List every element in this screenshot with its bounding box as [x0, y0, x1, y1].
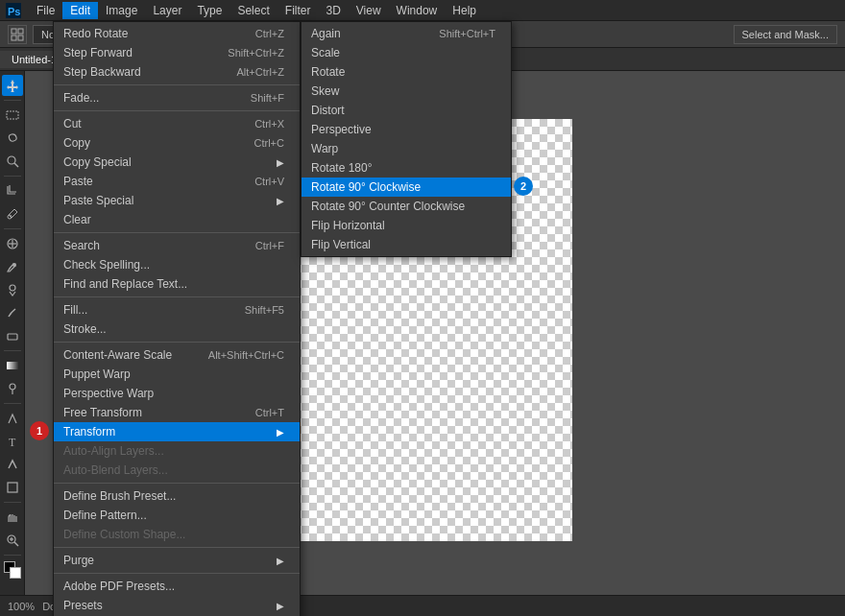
transform-rotate-90-cw[interactable]: Rotate 90° Clockwise: [302, 178, 511, 197]
menu-paste-special[interactable]: Paste Special▶: [54, 191, 300, 210]
app-icon: Ps: [4, 1, 23, 20]
tool-sep-1: [4, 100, 21, 101]
transform-submenu: AgainShift+Ctrl+T Scale Rotate Skew Dist…: [301, 21, 512, 257]
tool-sep-3: [4, 228, 21, 229]
type-tool[interactable]: T: [2, 431, 23, 452]
menu-puppet-warp[interactable]: Puppet Warp: [54, 365, 300, 384]
menu-perspective-warp[interactable]: Perspective Warp: [54, 384, 300, 403]
transform-again[interactable]: AgainShift+Ctrl+T: [302, 24, 511, 43]
sep-3: [54, 232, 300, 233]
edit-menu-dropdown: Redo RotateCtrl+Z Step ForwardShift+Ctrl…: [53, 21, 301, 616]
transform-warp[interactable]: Warp: [302, 139, 511, 158]
pen-tool[interactable]: [2, 408, 23, 429]
tool-options-icon: [8, 25, 27, 44]
gradient-tool[interactable]: [2, 355, 23, 376]
menu-image[interactable]: Image: [98, 2, 145, 19]
menu-content-aware-scale[interactable]: Content-Aware ScaleAlt+Shift+Ctrl+C: [54, 345, 300, 365]
foreground-background-colors[interactable]: [2, 559, 23, 580]
svg-rect-16: [8, 334, 17, 340]
badge-1-circle: 1: [30, 421, 49, 440]
path-select-tool[interactable]: [2, 454, 23, 475]
menu-define-pattern[interactable]: Define Pattern...: [54, 506, 300, 525]
eyedropper-tool[interactable]: [2, 203, 23, 225]
svg-line-9: [14, 163, 18, 167]
menu-redo-rotate[interactable]: Redo RotateCtrl+Z: [54, 24, 300, 43]
menu-pdf-presets[interactable]: Adobe PDF Presets...: [54, 577, 300, 596]
eraser-tool[interactable]: [2, 325, 23, 346]
clone-tool[interactable]: [2, 279, 23, 300]
zoom-tool[interactable]: [2, 530, 23, 551]
menu-purge[interactable]: Purge▶: [54, 551, 300, 570]
transform-rotate-180[interactable]: Rotate 180°: [302, 158, 511, 178]
sep-4: [54, 296, 300, 297]
move-tool[interactable]: [2, 75, 23, 96]
sep-1: [54, 84, 300, 85]
left-toolbar: T: [0, 71, 25, 595]
transform-flip-vertical[interactable]: Flip Vertical: [302, 235, 511, 254]
menu-help[interactable]: Help: [445, 2, 484, 19]
transform-perspective[interactable]: Perspective: [302, 120, 511, 139]
menu-edit[interactable]: Edit: [62, 2, 98, 19]
menu-check-spelling[interactable]: Check Spelling...: [54, 255, 300, 274]
step-badge-1: 1: [30, 421, 49, 440]
sep-8: [54, 573, 300, 574]
transform-flip-horizontal[interactable]: Flip Horizontal: [302, 216, 511, 235]
menu-window[interactable]: Window: [389, 2, 446, 19]
menu-free-transform[interactable]: Free TransformCtrl+T: [54, 403, 300, 422]
svg-marker-6: [7, 80, 18, 92]
tool-sep-5: [4, 403, 21, 404]
menu-type[interactable]: Type: [189, 2, 229, 19]
menu-file[interactable]: File: [29, 2, 62, 19]
menu-auto-blend: Auto-Blend Layers...: [54, 461, 300, 480]
menu-cut[interactable]: CutCtrl+X: [54, 114, 300, 133]
menu-presets[interactable]: Presets▶: [54, 596, 300, 615]
menu-layer[interactable]: Layer: [145, 2, 189, 19]
transform-rotate[interactable]: Rotate: [302, 62, 511, 82]
menu-step-backward[interactable]: Step BackwardAlt+Ctrl+Z: [54, 62, 300, 82]
menu-select[interactable]: Select: [229, 2, 277, 19]
svg-point-18: [10, 384, 15, 390]
svg-rect-17: [7, 362, 18, 369]
menu-step-forward[interactable]: Step ForwardShift+Ctrl+Z: [54, 43, 300, 62]
hand-tool[interactable]: [2, 507, 23, 528]
transform-skew[interactable]: Skew: [302, 82, 511, 101]
menu-filter[interactable]: Filter: [278, 2, 319, 19]
menu-fill[interactable]: Fill...Shift+F5: [54, 300, 300, 320]
menu-copy[interactable]: CopyCtrl+C: [54, 133, 300, 153]
menu-view[interactable]: View: [349, 2, 389, 19]
sep-5: [54, 342, 300, 343]
menu-define-shape: Define Custom Shape...: [54, 525, 300, 544]
menu-search[interactable]: SearchCtrl+F: [54, 236, 300, 255]
svg-point-15: [10, 285, 15, 291]
sep-2: [54, 110, 300, 111]
select-and-mask-button[interactable]: Select and Mask...: [734, 25, 838, 44]
menu-transform[interactable]: Transform▶: [54, 422, 300, 441]
brush-tool[interactable]: [2, 256, 23, 277]
menu-stroke[interactable]: Stroke...: [54, 320, 300, 339]
svg-text:Ps: Ps: [8, 6, 20, 17]
marquee-tool[interactable]: [2, 105, 23, 126]
menu-find-replace[interactable]: Find and Replace Text...: [54, 274, 300, 294]
menu-paste[interactable]: PasteCtrl+V: [54, 172, 300, 191]
crop-tool[interactable]: [2, 180, 23, 201]
sep-6: [54, 483, 300, 484]
quick-select-tool[interactable]: [2, 151, 23, 172]
svg-text:T: T: [9, 436, 16, 448]
transform-distort[interactable]: Distort: [302, 101, 511, 120]
menu-3d[interactable]: 3D: [318, 2, 348, 19]
menu-define-brush[interactable]: Define Brush Preset...: [54, 486, 300, 506]
svg-rect-7: [7, 111, 18, 119]
transform-rotate-90-ccw[interactable]: Rotate 90° Counter Clockwise: [302, 197, 511, 216]
lasso-tool[interactable]: [2, 128, 23, 149]
menu-clear[interactable]: Clear: [54, 210, 300, 229]
menu-fade[interactable]: Fade...Shift+F: [54, 88, 300, 107]
menu-copy-special[interactable]: Copy Special▶: [54, 153, 300, 172]
shape-tool[interactable]: [2, 477, 23, 498]
transform-scale[interactable]: Scale: [302, 43, 511, 62]
sep-7: [54, 547, 300, 548]
dodge-tool[interactable]: [2, 378, 23, 399]
history-brush-tool[interactable]: [2, 302, 23, 323]
menu-bar: Ps File Edit Image Layer Type Select Fil…: [0, 0, 845, 21]
menu-items: File Edit Image Layer Type Select Filter…: [29, 2, 484, 19]
healing-tool[interactable]: [2, 233, 23, 254]
